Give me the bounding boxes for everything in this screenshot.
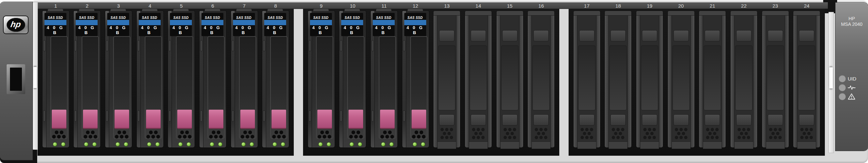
drive-carrier[interactable]: SAS SSD 4 0 G B	[262, 11, 289, 148]
drive-carrier[interactable]: SAS SSD 4 0 G B	[308, 11, 335, 148]
blank-handle-bottom	[579, 114, 594, 126]
drive-label: SAS SSD 4 0 G B	[107, 13, 129, 36]
blank-filler[interactable]	[605, 11, 631, 148]
blank-filler[interactable]	[793, 11, 820, 148]
drive-capacity-label: 4 0 G B	[139, 25, 161, 35]
drive-release-latch[interactable]	[317, 110, 332, 129]
blank-filler[interactable]	[574, 11, 600, 148]
drive-fault-led	[421, 142, 425, 147]
blank-filler[interactable]	[465, 11, 492, 148]
drive-status-leds	[347, 142, 365, 147]
blank-rail-left	[574, 15, 578, 148]
drive-release-latch[interactable]	[380, 110, 395, 129]
drive-fault-led	[92, 142, 97, 147]
drive-label: SAS SSD 4 0 G B	[76, 13, 98, 36]
drive-release-latch[interactable]	[272, 110, 286, 129]
drive-carrier[interactable]: SAS SSD 4 0 G B	[42, 11, 69, 148]
blank-recess-panel	[735, 45, 752, 110]
drive-vent-holes	[410, 130, 428, 139]
drive-carrier[interactable]: SAS SSD 4 0 G B	[74, 11, 100, 148]
bezel-latch[interactable]	[7, 64, 25, 94]
drive-release-latch[interactable]	[412, 110, 426, 129]
carrier-top-tab	[173, 9, 189, 11]
drive-release-latch[interactable]	[348, 110, 363, 129]
drive-type-label: SAS SSD	[310, 16, 332, 19]
drive-activity-led	[210, 142, 214, 147]
drive-carrier[interactable]: SAS SSD 4 0 G B	[339, 11, 366, 148]
blank-rail-right	[550, 15, 554, 148]
drive-carrier[interactable]: SAS SSD 4 0 G B	[105, 11, 132, 148]
blank-recess-panel	[610, 45, 627, 110]
blank-handle-bottom	[471, 114, 486, 126]
blank-filler[interactable]	[434, 11, 460, 148]
drive-release-latch[interactable]	[240, 110, 255, 129]
drive-vent-holes	[51, 130, 68, 139]
blank-vent-holes	[766, 128, 785, 139]
drive-capacity-label: 4 0 G B	[44, 25, 66, 35]
blank-vent-holes	[672, 128, 690, 139]
drive-label: SAS SSD 4 0 G B	[170, 13, 192, 36]
drive-release-latch[interactable]	[83, 110, 98, 129]
drive-release-latch[interactable]	[177, 110, 192, 129]
drive-bay	[762, 9, 789, 156]
bay-number: 24	[793, 3, 820, 9]
drive-carrier[interactable]: SAS SSD 4 0 G B	[371, 11, 397, 148]
blank-filler[interactable]	[699, 11, 725, 148]
blank-top-cap	[434, 11, 460, 15]
drive-release-latch[interactable]	[52, 110, 66, 129]
blank-filler[interactable]	[762, 11, 789, 148]
blank-filler[interactable]	[497, 11, 523, 148]
drive-release-latch[interactable]	[146, 110, 161, 129]
blank-recess-panel	[501, 45, 519, 110]
drive-bay	[497, 9, 523, 156]
drive-carrier[interactable]: SAS SSD 4 0 G B	[402, 11, 429, 148]
drive-carrier[interactable]: SAS SSD 4 0 G B	[168, 11, 194, 148]
blank-filler[interactable]	[636, 11, 663, 148]
drive-bay: SAS SSD 4 0 G B	[74, 9, 100, 156]
right-mount-flange	[829, 12, 834, 153]
drive-release-latch[interactable]	[115, 110, 129, 129]
drive-bay: SAS SSD 4 0 G B	[42, 9, 69, 156]
drive-groups: SAS SSD 4 0 G B SAS SSD	[36, 9, 828, 156]
bay-number-segment: 910111213141516	[303, 3, 559, 9]
blank-filler[interactable]	[528, 11, 554, 148]
drive-vent-holes	[316, 130, 333, 139]
drive-group-3	[568, 9, 825, 156]
blank-inner	[672, 15, 690, 148]
drive-type-label: SAS SSD	[44, 16, 66, 19]
blank-footer	[797, 141, 816, 149]
label-blue-band	[139, 20, 161, 25]
rail-notch	[137, 110, 140, 122]
bay-number: 11	[371, 3, 397, 9]
blank-rail-left	[497, 15, 501, 148]
drive-carrier[interactable]: SAS SSD 4 0 G B	[231, 11, 257, 148]
drive-bay	[699, 9, 725, 156]
blank-rail-right	[816, 15, 820, 148]
blank-vent-holes	[640, 128, 659, 139]
blank-footer	[437, 141, 456, 149]
blank-handle-bottom	[799, 114, 814, 126]
blank-vent-holes	[437, 128, 456, 139]
drive-release-latch[interactable]	[209, 110, 223, 129]
drive-label: SAS SSD 4 0 G B	[44, 13, 66, 36]
drive-label: SAS SSD 4 0 G B	[264, 13, 286, 36]
blank-top-cap	[699, 11, 725, 15]
drive-type-label: SAS SSD	[139, 16, 161, 19]
blank-handle-top	[502, 30, 518, 41]
blank-filler[interactable]	[731, 11, 757, 148]
drive-carrier[interactable]: SAS SSD 4 0 G B	[199, 11, 226, 148]
drive-status-leds	[51, 142, 68, 147]
rail-notch	[232, 40, 234, 51]
label-blue-band	[373, 20, 395, 25]
label-blue-band	[107, 20, 129, 25]
blank-handle-top	[705, 30, 720, 41]
blank-recess-panel	[673, 45, 690, 110]
blank-footer	[703, 141, 722, 149]
blank-filler[interactable]	[668, 11, 694, 148]
drive-carrier[interactable]: SAS SSD 4 0 G B	[137, 11, 163, 148]
bay-number: 8	[262, 3, 289, 9]
rail-notch	[371, 110, 374, 122]
drive-status-leds	[239, 142, 256, 147]
drive-fault-led	[250, 142, 254, 147]
drive-type-label: SAS SSD	[373, 16, 395, 19]
